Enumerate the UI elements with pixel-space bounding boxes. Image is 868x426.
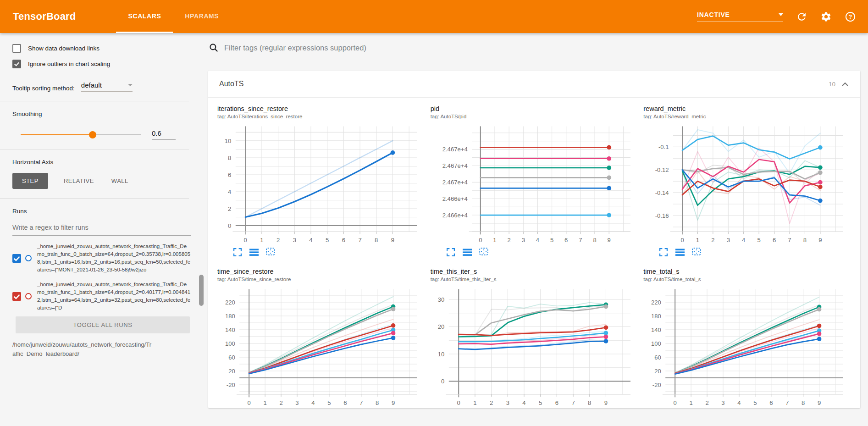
- run-name: _home_junweid_zouwu_autots_network_forec…: [37, 243, 191, 274]
- run-checkbox[interactable]: [12, 254, 21, 263]
- chart-plot[interactable]: 01234567890102030: [431, 285, 637, 408]
- svg-text:8: 8: [802, 399, 805, 406]
- toggle-all-runs-button[interactable]: TOGGLE ALL RUNS: [16, 316, 190, 333]
- expand-chart-icon[interactable]: [233, 248, 242, 257]
- chart-plot[interactable]: 01234567892.467e+42.467e+42.467e+42.466e…: [431, 122, 637, 246]
- sidebar-scrollbar-thumb[interactable]: [199, 275, 204, 306]
- smoothing-slider[interactable]: [21, 131, 141, 138]
- svg-text:-20: -20: [652, 382, 661, 388]
- divider: [0, 198, 189, 199]
- axis-button-wall[interactable]: WALL: [110, 173, 130, 189]
- status-dropdown[interactable]: INACTIVE: [697, 11, 783, 22]
- chart-plot[interactable]: 0123456789-0.1-0.12-0.14-0.16: [643, 122, 850, 246]
- chart-plot-wrap: 0123456789-202060100140180220: [217, 285, 424, 408]
- run-radio[interactable]: [25, 293, 32, 299]
- svg-text:8: 8: [593, 237, 596, 243]
- svg-text:5: 5: [539, 399, 542, 406]
- run-checkbox[interactable]: [12, 292, 21, 301]
- svg-text:7: 7: [571, 399, 575, 406]
- svg-text:6: 6: [769, 399, 773, 406]
- sidebar-checkbox-group: Show data download linksIgnore outliers …: [12, 44, 191, 68]
- svg-text:?: ?: [849, 13, 852, 20]
- axis-button-relative[interactable]: RELATIVE: [62, 173, 96, 189]
- checkbox-label: Ignore outliers in chart scaling: [28, 61, 110, 67]
- svg-text:6: 6: [343, 399, 347, 406]
- chart-tag: tag: AutoTS/time_this_iter_s: [431, 277, 637, 282]
- view-data-icon[interactable]: [249, 248, 259, 257]
- checkbox-unchecked[interactable]: [12, 44, 21, 53]
- chart-plot[interactable]: 0123456789-202060100140180220: [643, 285, 850, 408]
- runs-filter-input[interactable]: [12, 220, 191, 236]
- svg-text:1: 1: [493, 237, 496, 243]
- slider-thumb[interactable]: [89, 131, 96, 138]
- help-icon[interactable]: ?: [845, 11, 856, 22]
- chart-plot-wrap: 01234567892.467e+42.467e+42.467e+42.466e…: [431, 122, 637, 246]
- smoothing-label: Smoothing: [12, 111, 191, 117]
- svg-text:5: 5: [754, 399, 757, 406]
- svg-text:2.467e+4: 2.467e+4: [442, 179, 467, 186]
- run-radio[interactable]: [25, 255, 32, 261]
- svg-text:0: 0: [479, 237, 482, 243]
- view-data-icon[interactable]: [675, 248, 685, 257]
- svg-text:6: 6: [773, 237, 776, 243]
- svg-text:-20: -20: [227, 382, 235, 388]
- svg-text:2: 2: [712, 237, 715, 243]
- svg-text:-0.12: -0.12: [655, 166, 669, 173]
- svg-text:9: 9: [391, 237, 394, 243]
- card-title: AutoTS: [219, 80, 243, 88]
- expand-chart-icon[interactable]: [446, 248, 455, 257]
- svg-text:60: 60: [228, 354, 235, 361]
- status-value: INACTIVE: [697, 11, 730, 18]
- svg-text:30: 30: [437, 296, 444, 303]
- autots-card-header[interactable]: AutoTS 10: [208, 71, 860, 98]
- app-title: TensorBoard: [13, 0, 76, 33]
- chart-count: 10: [829, 81, 835, 88]
- tooltip-sorting-select[interactable]: default: [81, 81, 133, 92]
- tab-hparams[interactable]: HPARAMS: [173, 0, 231, 33]
- fit-domain-icon[interactable]: [266, 248, 275, 257]
- expand-chart-icon[interactable]: [659, 248, 668, 257]
- sidebar-checkbox-row-1[interactable]: Ignore outliers in chart scaling: [12, 60, 191, 68]
- svg-text:20: 20: [228, 368, 235, 375]
- collapse-chevron-icon[interactable]: [841, 81, 849, 87]
- chart-tile-time_total_s: time_total_stag: AutoTS/time_total_s0123…: [643, 268, 850, 408]
- chart-plot[interactable]: 0123456789-202060100140180220: [217, 285, 424, 408]
- refresh-icon[interactable]: [796, 11, 807, 22]
- chart-tile-time_this_iter_s: time_this_iter_stag: AutoTS/time_this_it…: [431, 268, 637, 408]
- svg-text:10: 10: [437, 351, 444, 358]
- fit-domain-icon[interactable]: [692, 248, 701, 257]
- checkbox-label: Show data download links: [28, 45, 100, 52]
- view-data-icon[interactable]: [463, 248, 472, 257]
- svg-text:5: 5: [327, 399, 331, 406]
- tag-filter-row: [208, 40, 860, 58]
- svg-text:5: 5: [550, 237, 553, 243]
- run-item-0[interactable]: _home_junweid_zouwu_autots_network_forec…: [12, 243, 191, 274]
- svg-text:220: 220: [651, 299, 661, 306]
- chart-plot[interactable]: 01234567890246810: [217, 122, 424, 246]
- svg-text:7: 7: [359, 399, 363, 406]
- svg-text:8: 8: [375, 237, 378, 243]
- settings-gear-icon[interactable]: [820, 11, 832, 22]
- axis-button-step[interactable]: STEP: [12, 173, 48, 189]
- svg-text:-0.16: -0.16: [655, 212, 669, 219]
- sidebar-checkbox-row-0[interactable]: Show data download links: [12, 44, 191, 53]
- svg-text:1: 1: [263, 399, 266, 406]
- svg-text:8: 8: [588, 399, 591, 406]
- svg-text:2: 2: [276, 237, 280, 243]
- tab-scalars[interactable]: SCALARS: [116, 0, 173, 33]
- checkbox-checked[interactable]: [12, 60, 21, 68]
- divider: [0, 101, 189, 101]
- chart-plot-wrap: 0123456789-0.1-0.12-0.14-0.16: [643, 122, 850, 246]
- smoothing-value[interactable]: 0.6: [152, 129, 176, 140]
- fit-domain-icon[interactable]: [479, 248, 488, 257]
- run-item-1[interactable]: _home_junweid_zouwu_autots_network_forec…: [12, 281, 191, 312]
- smoothing-row: 0.6: [12, 129, 191, 140]
- svg-text:20: 20: [655, 368, 662, 375]
- chart-tag: tag: AutoTS/reward_metric: [643, 114, 850, 119]
- svg-text:1: 1: [690, 399, 693, 406]
- autots-card: AutoTS 10 iterations_since_restoretag: A…: [208, 71, 860, 408]
- svg-text:3: 3: [727, 237, 730, 243]
- svg-text:0: 0: [681, 237, 684, 243]
- svg-text:0: 0: [457, 399, 460, 406]
- tag-filter-input[interactable]: [223, 43, 859, 53]
